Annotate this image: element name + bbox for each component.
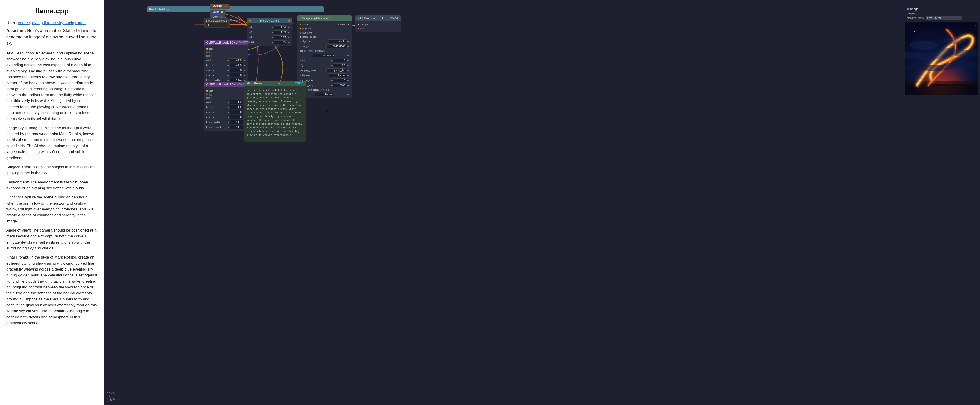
svg-point-7 xyxy=(923,27,924,27)
user-message: User: curve glowing line on sky backgrou… xyxy=(6,21,98,26)
clip-bot-body: clip text_g text_l width ◀ 4088 ▶ height… xyxy=(204,87,248,131)
clip-top-clip-dot xyxy=(206,48,208,49)
clip-bot-header: CLIPTextEncodeSDXL CONDITIONING xyxy=(204,81,248,87)
vae-samples-dot xyxy=(358,24,360,26)
clip-top-text: text_g xyxy=(204,51,248,54)
vae-decode-header: VAE Decode IMAGE xyxy=(355,16,401,21)
main-prompt-node: Main Prompt STRING In the style of Mark … xyxy=(244,80,305,142)
generated-image xyxy=(905,22,978,95)
ksampler-title: KSampler (Advanced) xyxy=(300,16,330,20)
clip-dot xyxy=(221,11,223,13)
k-latent-dot xyxy=(348,24,350,26)
k-model-dot xyxy=(300,24,301,26)
model-dot xyxy=(224,6,226,8)
vae-vae-dot xyxy=(358,28,360,29)
k-pos-dot xyxy=(300,28,301,29)
node-canvas[interactable]: FreeU Settings MODEL CLIP VAE sgXL_xl.sa… xyxy=(104,0,980,405)
generated-image-svg xyxy=(905,22,978,95)
text-description: Text Description: An ethereal and captiv… xyxy=(6,50,98,122)
clip-bot-title: CLIPTextEncodeSDXL xyxy=(206,83,237,86)
clip-pill: CLIP xyxy=(210,10,226,14)
images-label: images xyxy=(905,11,978,15)
freeu-2pass-header: FreeU - 2pass xyxy=(247,18,293,23)
svg-point-10 xyxy=(964,27,964,27)
clip-top-height-row: height ◀ 4096 ▶ xyxy=(204,62,248,68)
freeu-n3-row: n1 ◀ 0.85 ▶ xyxy=(247,35,293,40)
clip-bot-textg: text_g xyxy=(204,93,248,96)
vae-dot xyxy=(220,16,222,18)
image-output-panel: Image images filename_prefix xyxy=(905,6,978,95)
status-bar: T: 0.00s 1.0 N: 13 (0) V: 27 xyxy=(107,392,116,403)
mouse-cursor: ▸ xyxy=(326,108,328,110)
subject: Subject: There is only one subject in th… xyxy=(6,164,98,176)
svg-point-8 xyxy=(939,26,940,26)
filename-input[interactable] xyxy=(926,16,962,20)
freeu-settings-title: FreeU Settings xyxy=(149,8,170,11)
freeu-n1-row: n1 ◀ 1.10 ▶ xyxy=(247,25,293,30)
filename-label: filename_prefix xyxy=(907,16,924,19)
main-prompt-textarea[interactable]: In the style of Mark Rothko, create an e… xyxy=(247,88,303,138)
status-v: V: 27 xyxy=(107,400,116,403)
svg-point-4 xyxy=(910,41,937,49)
ksampler-body: model LATENT positive negative latent_im… xyxy=(298,21,352,98)
clip-bot-textl: text_l xyxy=(204,96,248,100)
vae-decode-title: VAE Decode xyxy=(358,16,375,20)
image-title: Image xyxy=(910,7,918,11)
k-neg-dot xyxy=(300,32,301,33)
freeu-model-in-dot xyxy=(249,20,251,22)
safetenors-node: sgXL_xl.safetenors ▶ xyxy=(204,18,230,28)
svg-point-6 xyxy=(914,31,915,32)
freeu-settings-header: FreeU Settings xyxy=(147,6,324,13)
node-graph-panel[interactable]: FreeU Settings MODEL CLIP VAE sgXL_xl.sa… xyxy=(104,0,980,405)
environment: Environment: The environment is the vast… xyxy=(6,179,98,191)
k-latent-in-dot xyxy=(300,36,301,38)
vae-decode-body: samples vae xyxy=(355,21,401,32)
clip-top-header: CLIPTextEncodeSDXL CONDITIONING xyxy=(204,40,248,45)
clip-encode-bot-node: CLIPTextEncodeSDXL CONDITIONING clip tex… xyxy=(204,81,248,131)
svg-point-9 xyxy=(950,29,951,29)
filename-row: filename_prefix xyxy=(905,15,978,21)
main-prompt-body[interactable]: In the style of Mark Rothko, create an e… xyxy=(244,86,305,142)
image-header-dot xyxy=(907,8,909,10)
angle-of-view: Angle of View: The camera should be posi… xyxy=(6,228,98,251)
model-pill: MODEL xyxy=(210,4,229,9)
ksampler-header: KSampler (Advanced) xyxy=(298,16,352,21)
main-prompt-title: Main Prompt xyxy=(247,81,264,85)
status-nodes: N: 13 (0) xyxy=(107,397,116,400)
app-title: llama.cpp xyxy=(6,7,98,15)
clip-bot-height-row: height ◀ 4096 ▶ xyxy=(204,105,248,110)
freeu-n2-row: n2 ◀ 1.15 ▶ xyxy=(247,30,293,35)
vae-image-dot xyxy=(382,18,383,19)
user-label: User: xyxy=(6,21,17,25)
svg-point-11 xyxy=(973,32,974,33)
main-prompt-dot xyxy=(278,83,280,85)
svg-point-5 xyxy=(944,37,966,44)
image-style: Image Style: Imagine this scene as thoug… xyxy=(6,125,98,161)
freeu-settings-node: FreeU Settings xyxy=(147,6,324,13)
assistant-intro: Assistant: Here's a prompt for Stable Di… xyxy=(6,28,98,47)
left-panel: llama.cpp User: curve glowing line on sk… xyxy=(0,0,104,405)
user-query: curve glowing line on sky background xyxy=(18,21,86,25)
assistant-label: Assistant: xyxy=(6,28,26,33)
status-time: T: 0.00s xyxy=(107,392,116,395)
svg-point-12 xyxy=(975,26,976,26)
vae-decode-node: VAE Decode IMAGE samples vae xyxy=(355,16,401,32)
main-prompt-header: Main Prompt STRING xyxy=(244,80,305,86)
freeu-2pass-title: FreeU - 2pass xyxy=(260,19,279,22)
ksampler-node: KSampler (Advanced) model LATENT positiv… xyxy=(298,16,352,98)
clip-top-title: CLIPTextEncodeSDXL xyxy=(206,41,237,44)
clip-top-textl: text_l xyxy=(204,54,248,57)
final-prompt: Final Prompt: In the style of Mark Rothk… xyxy=(6,254,98,326)
image-output-header: Image xyxy=(905,6,978,11)
status-zoom: 1.0 xyxy=(107,395,116,397)
clip-bot-clip-dot xyxy=(206,90,208,92)
lighting: Lighting: Capture the scene during golde… xyxy=(6,195,98,224)
freeu-model-out-dot xyxy=(288,20,290,22)
